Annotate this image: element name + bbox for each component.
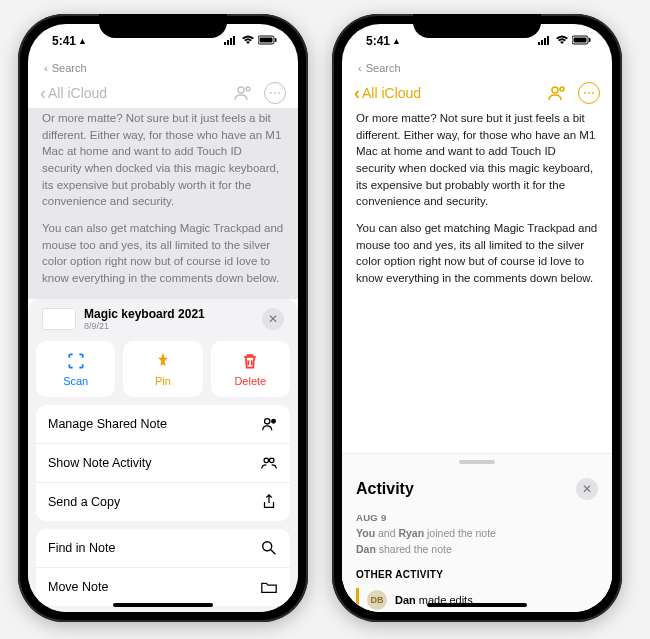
activity-user: Dan (356, 543, 376, 555)
svg-point-22 (552, 87, 558, 93)
scan-label: Scan (63, 375, 88, 387)
activity-text: shared the note (379, 543, 452, 555)
action-sheet: Magic keyboard 2021 8/9/21 ✕ Scan Pin (28, 299, 298, 612)
nav-row: ‹ All iCloud ⋯ (342, 78, 612, 108)
search-row[interactable]: ‹ Search (28, 58, 298, 78)
people-icon (260, 454, 278, 472)
svg-rect-18 (547, 36, 549, 45)
note-paragraph: You can also get matching Magic Trackpad… (42, 220, 284, 287)
svg-rect-6 (275, 38, 277, 42)
sheet-date: 8/9/21 (84, 321, 254, 331)
more-icon[interactable]: ⋯ (578, 82, 600, 104)
svg-rect-1 (227, 40, 229, 45)
search-row[interactable]: ‹ Search (342, 58, 612, 78)
search-icon (260, 539, 278, 557)
screen-right: 5:41▲ ‹ Search ‹ All iCloud ⋯ (342, 24, 612, 612)
scan-icon (66, 351, 86, 371)
status-time: 5:41 (52, 34, 76, 48)
find-in-note[interactable]: Find in Note (36, 529, 290, 568)
svg-point-12 (269, 458, 274, 463)
note-paragraph: Or more matte? Not sure but it just feel… (42, 110, 284, 210)
back-label: All iCloud (48, 85, 107, 101)
spacer (342, 299, 612, 453)
signal-icon (224, 34, 238, 48)
move-note[interactable]: Move Note (36, 568, 290, 606)
svg-point-8 (246, 87, 250, 91)
battery-icon (258, 34, 278, 48)
activity-date: AUG 9 (356, 512, 598, 523)
menu-label: Manage Shared Note (48, 417, 167, 431)
menu-label: Send a Copy (48, 495, 120, 509)
svg-point-11 (264, 458, 269, 463)
collab-icon[interactable] (232, 82, 254, 104)
menu-label: Show Note Activity (48, 456, 152, 470)
sheet-title: Magic keyboard 2021 (84, 307, 254, 321)
svg-rect-16 (541, 40, 543, 45)
svg-point-10 (272, 419, 276, 423)
delete-label: Delete (234, 375, 266, 387)
status-time: 5:41 (366, 34, 390, 48)
note-thumbnail (42, 308, 76, 330)
svg-point-13 (263, 541, 272, 550)
share-up-icon (260, 493, 278, 511)
trash-icon (240, 351, 260, 371)
activity-title: Activity (356, 480, 414, 498)
chevron-left-icon: ‹ (44, 62, 48, 74)
folder-icon (260, 578, 278, 596)
drag-handle[interactable] (459, 460, 495, 464)
notch (413, 14, 541, 38)
manage-shared-note[interactable]: Manage Shared Note (36, 405, 290, 444)
send-a-copy[interactable]: Send a Copy (36, 483, 290, 521)
pin-icon (153, 351, 173, 371)
wifi-icon (555, 34, 569, 48)
sheet-header: Magic keyboard 2021 8/9/21 ✕ (36, 299, 290, 337)
home-indicator[interactable] (427, 603, 527, 607)
location-icon: ▲ (78, 36, 87, 46)
svg-point-9 (265, 418, 270, 423)
avatar: DB (367, 590, 387, 610)
more-icon[interactable]: ⋯ (264, 82, 286, 104)
menu-group-1: Manage Shared Note Show Note Activity Se… (36, 405, 290, 521)
show-note-activity[interactable]: Show Note Activity (36, 444, 290, 483)
activity-edit-row[interactable]: DB Dan made edits (356, 588, 598, 612)
svg-rect-17 (544, 38, 546, 45)
activity-user: Ryan (398, 527, 424, 539)
signal-icon (538, 34, 552, 48)
pin-button[interactable]: Pin (123, 341, 202, 397)
close-button[interactable]: ✕ (576, 478, 598, 500)
back-button[interactable]: ‹ All iCloud (354, 83, 421, 104)
svg-point-23 (560, 87, 564, 91)
phone-right: 5:41▲ ‹ Search ‹ All iCloud ⋯ (332, 14, 622, 622)
search-label: Search (366, 62, 401, 74)
menu-label: Move Note (48, 580, 108, 594)
close-button[interactable]: ✕ (262, 308, 284, 330)
delete-button[interactable]: Delete (211, 341, 290, 397)
note-paragraph: Or more matte? Not sure but it just feel… (356, 110, 598, 210)
other-activity-heading: OTHER ACTIVITY (356, 569, 598, 580)
close-icon: ✕ (268, 312, 278, 326)
svg-rect-0 (224, 42, 226, 45)
phone-left: 5:41▲ ‹ Search ‹ All iCloud (18, 14, 308, 622)
collab-icon[interactable] (546, 82, 568, 104)
search-label: Search (52, 62, 87, 74)
note-body: Or more matte? Not sure but it just feel… (28, 108, 298, 299)
activity-user: Dan (395, 594, 416, 606)
chevron-left-icon: ‹ (358, 62, 362, 74)
svg-rect-20 (574, 38, 587, 43)
wifi-icon (241, 34, 255, 48)
back-label: All iCloud (362, 85, 421, 101)
activity-line: You and Ryan joined the note (356, 527, 598, 539)
activity-user: You (356, 527, 375, 539)
location-icon: ▲ (392, 36, 401, 46)
screen-left: 5:41▲ ‹ Search ‹ All iCloud (28, 24, 298, 612)
activity-text: joined the note (427, 527, 496, 539)
pin-label: Pin (155, 375, 171, 387)
scan-button[interactable]: Scan (36, 341, 115, 397)
svg-point-7 (238, 87, 244, 93)
home-indicator[interactable] (113, 603, 213, 607)
svg-rect-21 (589, 38, 591, 42)
nav-row: ‹ All iCloud ⋯ (28, 78, 298, 108)
note-body[interactable]: Or more matte? Not sure but it just feel… (342, 108, 612, 299)
back-button[interactable]: ‹ All iCloud (40, 83, 107, 104)
menu-label: Find in Note (48, 541, 115, 555)
